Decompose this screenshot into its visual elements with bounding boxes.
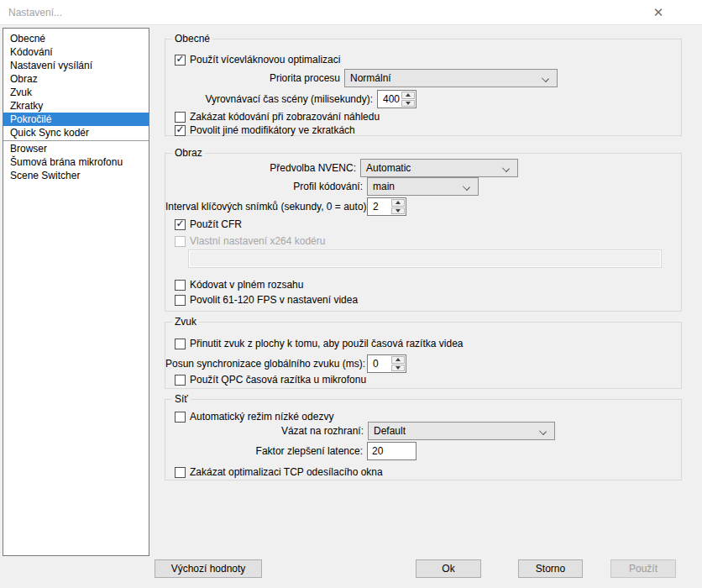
ok-button[interactable]: Ok: [416, 559, 481, 578]
group-general: Obecné ✓ Použít vícevláknovou optimaliza…: [165, 39, 682, 136]
nvenc-preset-select[interactable]: Automatic: [360, 159, 518, 177]
sidebar-separator: [3, 140, 149, 141]
checkbox-box: [175, 467, 186, 478]
checkbox-box: [175, 295, 186, 306]
audio-sync-offset-spinner[interactable]: [367, 354, 406, 373]
arrow-down-icon: [406, 102, 411, 105]
apply-button: Použít: [610, 559, 676, 578]
audio-sync-offset-input[interactable]: [369, 356, 390, 371]
other-modifiers-checkbox[interactable]: ✓ Povolit jiné modifikátory ve zkratkách: [175, 123, 355, 137]
group-video: Obraz Předvolba NVENC: Automatic Profil …: [165, 153, 682, 312]
arrow-up-icon: [396, 358, 401, 361]
arrow-up-icon: [406, 93, 411, 97]
bind-interface-select[interactable]: Default: [368, 422, 555, 440]
keyframe-interval-spinner[interactable]: [367, 197, 406, 216]
tcp-optimization-checkbox[interactable]: Zakázat optimalizaci TCP odesílacího okn…: [175, 465, 383, 479]
spin-down-button[interactable]: [391, 207, 405, 215]
encoding-profile-row: Profil kódování: main: [165, 177, 479, 196]
checkbox-box: [175, 375, 186, 386]
sidebar-item-browser[interactable]: Browser: [3, 142, 149, 155]
checkbox-label: Použít QPC časová razítka u mikrofonu: [190, 374, 366, 386]
sidebar-item-stream-settings[interactable]: Nastavení vysílání: [3, 59, 149, 72]
checkbox-box: ✓: [175, 125, 186, 136]
use-cfr-checkbox[interactable]: ✓ Použít CFR: [175, 218, 242, 231]
checkbox-box: ✓: [175, 55, 186, 66]
spin-up-button[interactable]: [391, 356, 405, 364]
qpc-timestamps-checkbox[interactable]: Použít QPC časová razítka u mikrofonu: [175, 373, 366, 386]
scene-buffer-label: Vyrovnávací čas scény (milisekundy):: [165, 93, 377, 105]
checkbox-box: [175, 112, 186, 123]
high-fps-checkbox[interactable]: Povolit 61-120 FPS v nastavení videa: [175, 293, 358, 307]
audio-sync-offset-row: Posun synchronizace globálního zvuku (ms…: [165, 354, 406, 373]
close-icon: ✕: [653, 5, 664, 20]
checkbox-box: ✓: [175, 219, 186, 230]
checkbox-box: [175, 236, 186, 247]
window-title: Nastavení...: [8, 7, 62, 18]
full-range-encoding-checkbox[interactable]: Kódovat v plném rozsahu: [175, 278, 303, 291]
spin-up-button[interactable]: [391, 199, 405, 207]
group-general-title: Obecné: [172, 33, 212, 45]
process-priority-label: Priorita procesu: [165, 72, 344, 84]
bind-interface-row: Vázat na rozhraní: Default: [165, 422, 555, 440]
spin-down-button[interactable]: [391, 365, 405, 372]
settings-category-list: Obecné Kódování Nastavení vysílání Obraz…: [3, 28, 149, 556]
sidebar-item-scene-switcher[interactable]: Scene Switcher: [3, 169, 149, 182]
audio-sync-offset-label: Posun synchronizace globálního zvuku (ms…: [165, 358, 367, 370]
scene-buffer-spinner[interactable]: [377, 90, 416, 108]
desktop-audio-timestamps-checkbox[interactable]: Přinutit zvuk z plochy k tomu, aby použi…: [175, 337, 463, 350]
checkbox-label: Zakázat optimalizaci TCP odesílacího okn…: [190, 466, 383, 478]
multithread-optimization-checkbox[interactable]: ✓ Použít vícevláknovou optimalizaci: [175, 53, 340, 66]
checkbox-box: [175, 412, 186, 423]
chevron-down-icon: [463, 183, 470, 191]
group-audio-title: Zvuk: [172, 316, 199, 328]
sidebar-item-video[interactable]: Obraz: [3, 72, 149, 86]
sidebar-item-noise-gate[interactable]: Šumová brána mikrofonu: [3, 155, 149, 169]
latency-factor-row: Faktor zlepšení latence:: [165, 442, 416, 460]
checkbox-label: Povolit 61-120 FPS v nastavení videa: [190, 294, 358, 306]
process-priority-row: Priorita procesu Normální: [165, 69, 558, 87]
defaults-button[interactable]: Výchozí hodnoty: [155, 559, 262, 578]
window-titlebar: Nastavení... ✕: [0, 0, 702, 25]
encoding-profile-label: Profil kódování:: [165, 181, 367, 192]
chevron-down-icon: [542, 75, 549, 82]
checkbox-label: Zakázat kódování při zobrazování náhledu: [190, 111, 380, 123]
checkbox-label: Kódovat v plném rozsahu: [190, 279, 303, 291]
checkbox-label: Přinutit zvuk z plochy k tomu, aby použi…: [190, 338, 463, 349]
spin-up-button[interactable]: [401, 92, 415, 99]
keyframe-interval-row: Interval klíčových snímků (sekundy, 0 = …: [165, 197, 406, 216]
checkbox-box: [175, 339, 186, 349]
scene-buffer-row: Vyrovnávací čas scény (milisekundy):: [165, 90, 416, 108]
sidebar-item-encoding[interactable]: Kódování: [3, 45, 149, 59]
nvenc-preset-label: Předvolba NVENC:: [165, 162, 360, 174]
arrow-down-icon: [396, 366, 401, 370]
x264-custom-settings-checkbox: Vlastní nastavení x264 kodéru: [175, 234, 325, 248]
nvenc-preset-row: Předvolba NVENC: Automatic: [165, 159, 518, 177]
sidebar-item-audio[interactable]: Zvuk: [3, 86, 149, 99]
close-button[interactable]: ✕: [645, 1, 672, 24]
latency-factor-input[interactable]: [367, 442, 416, 460]
spin-down-button[interactable]: [401, 100, 415, 108]
keyframe-interval-label: Interval klíčových snímků (sekundy, 0 = …: [165, 201, 367, 213]
arrow-down-icon: [396, 209, 401, 213]
checkbox-label: Použít vícevláknovou optimalizaci: [190, 54, 340, 66]
disable-preview-encoding-checkbox[interactable]: Zakázat kódování při zobrazování náhledu: [175, 110, 380, 123]
sidebar-item-quick-sync[interactable]: Quick Sync kodér: [3, 126, 149, 139]
sidebar-item-general[interactable]: Obecné: [3, 32, 149, 45]
sidebar-item-hotkeys[interactable]: Zkratky: [3, 99, 149, 113]
chevron-down-icon: [539, 428, 547, 435]
checkbox-label: Použít CFR: [190, 218, 242, 230]
group-network-title: Síť: [172, 393, 191, 405]
process-priority-select[interactable]: Normální: [344, 69, 558, 87]
encoding-profile-select[interactable]: main: [367, 177, 479, 196]
chevron-down-icon: [502, 165, 510, 172]
cancel-button[interactable]: Storno: [518, 559, 583, 578]
x264-custom-settings-input: [188, 249, 662, 268]
latency-factor-label: Faktor zlepšení latence:: [165, 445, 367, 457]
sidebar-item-advanced[interactable]: Pokročilé: [3, 113, 149, 126]
scene-buffer-input[interactable]: [379, 92, 401, 107]
checkbox-label: Povolit jiné modifikátory ve zkratkách: [190, 124, 355, 136]
checkbox-label: Automatický režim nízké odezvy: [190, 411, 333, 423]
checkbox-box: [175, 280, 186, 291]
bind-interface-label: Vázat na rozhraní:: [165, 425, 368, 437]
keyframe-interval-input[interactable]: [369, 199, 390, 214]
